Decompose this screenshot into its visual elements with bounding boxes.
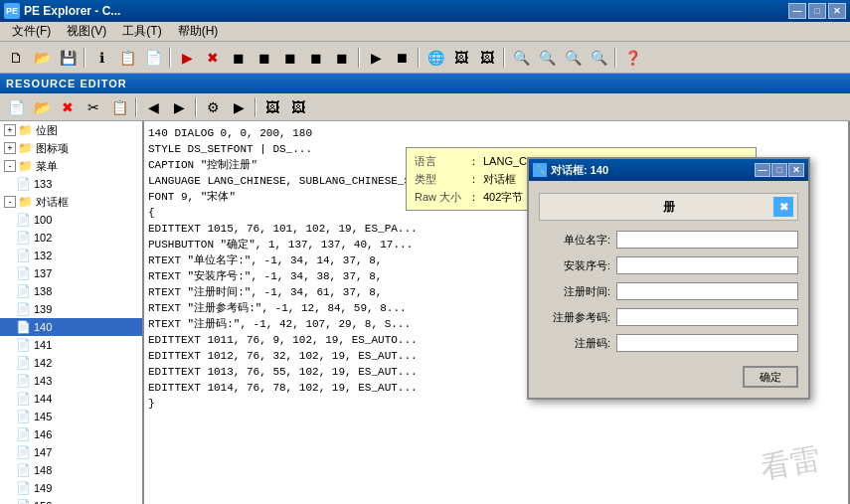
dialog-close[interactable]: ✕ bbox=[788, 163, 804, 177]
toolbar-redx[interactable]: ✖ bbox=[201, 46, 225, 70]
toolbar-copy[interactable]: 📋 bbox=[115, 46, 139, 70]
tree-expand-menu[interactable]: - bbox=[4, 160, 16, 172]
toolbar-save[interactable]: 💾 bbox=[56, 46, 80, 70]
file-icon-102: 📄 bbox=[16, 231, 31, 245]
tree-item-133[interactable]: 📄 133 bbox=[0, 175, 142, 193]
field-ref-input[interactable] bbox=[616, 308, 798, 326]
tree-item-143[interactable]: 📄 143 bbox=[0, 372, 142, 390]
toolbar-scan2[interactable]: 🔍 bbox=[535, 46, 559, 70]
sub-cut[interactable]: ✂ bbox=[82, 95, 105, 119]
file-icon-144: 📄 bbox=[16, 392, 31, 406]
tree-label-141: 141 bbox=[34, 339, 52, 351]
sub-copy[interactable]: 📋 bbox=[107, 95, 131, 119]
tree-label-dialog: 对话框 bbox=[36, 195, 69, 210]
toolbar-new[interactable]: 🗋 bbox=[4, 46, 28, 70]
toolbar-b2[interactable]: ◼ bbox=[253, 46, 276, 70]
dialog-label-code: 注册码: bbox=[539, 336, 610, 351]
toolbar-go[interactable]: ▶ bbox=[364, 46, 388, 70]
minimize-button[interactable]: — bbox=[788, 3, 806, 19]
sub-del[interactable]: ✖ bbox=[56, 95, 80, 119]
toolbar-b4[interactable]: ◼ bbox=[304, 46, 328, 70]
menu-help[interactable]: 帮助(H) bbox=[170, 21, 227, 42]
dialog-maximize[interactable]: □ bbox=[771, 163, 787, 177]
toolbar-red[interactable]: ▶ bbox=[175, 46, 199, 70]
file-icon-140: 📄 bbox=[16, 320, 31, 334]
tree-label-150: 150 bbox=[34, 500, 52, 504]
tree-item-140[interactable]: 📄 140 bbox=[0, 318, 142, 336]
tree-item-147[interactable]: 📄 147 bbox=[0, 443, 142, 461]
tree-item-144[interactable]: 📄 144 bbox=[0, 390, 142, 408]
sub-img1[interactable]: 🖼 bbox=[260, 95, 284, 119]
file-icon-133: 📄 bbox=[16, 177, 31, 191]
toolbar-stop[interactable]: ⏹ bbox=[390, 46, 414, 70]
toolbar-sep-4 bbox=[418, 48, 420, 68]
tree-label-147: 147 bbox=[34, 446, 52, 458]
tree-item-145[interactable]: 📄 145 bbox=[0, 408, 142, 425]
tree-panel: + 📁 位图 + 📁 图标项 - 📁 菜单 📄 133 - 📁 对话框 📄 10… bbox=[0, 121, 144, 504]
toolbar-b3[interactable]: ◼ bbox=[278, 46, 302, 70]
tree-expand-iconitem[interactable]: + bbox=[4, 142, 16, 154]
tree-item-iconitem[interactable]: + 📁 图标项 bbox=[0, 139, 142, 157]
tree-item-142[interactable]: 📄 142 bbox=[0, 354, 142, 372]
toolbar-open[interactable]: 📂 bbox=[30, 46, 54, 70]
resource-editor-label: RESOURCE EDITOR bbox=[6, 78, 127, 89]
toolbar-img[interactable]: 🖼 bbox=[449, 46, 473, 70]
tree-item-dialog[interactable]: - 📁 对话框 bbox=[0, 193, 142, 211]
toolbar-globe[interactable]: 🌐 bbox=[424, 46, 447, 70]
tree-item-102[interactable]: 📄 102 bbox=[0, 229, 142, 247]
menu-file[interactable]: 文件(F) bbox=[4, 21, 59, 42]
toolbar-b5[interactable]: ◼ bbox=[330, 46, 354, 70]
field-code-input[interactable] bbox=[616, 334, 798, 352]
menu-view[interactable]: 视图(V) bbox=[59, 21, 114, 42]
sub-compile[interactable]: ⚙ bbox=[201, 95, 225, 119]
toolbar-scan1[interactable]: 🔍 bbox=[509, 46, 533, 70]
tree-item-146[interactable]: 📄 146 bbox=[0, 425, 142, 443]
tree-item-148[interactable]: 📄 148 bbox=[0, 461, 142, 479]
field-serial-input[interactable] bbox=[616, 256, 798, 274]
dialog-ok-button[interactable]: 确定 bbox=[743, 366, 798, 388]
tree-item-132[interactable]: 📄 132 bbox=[0, 247, 142, 264]
tree-item-149[interactable]: 📄 149 bbox=[0, 479, 142, 497]
tooltip-size-value: 402字节 bbox=[483, 188, 523, 206]
field-time-input[interactable] bbox=[616, 282, 798, 300]
tree-item-100[interactable]: 📄 100 bbox=[0, 211, 142, 229]
close-button[interactable]: ✕ bbox=[828, 3, 846, 19]
sub-fwd[interactable]: ▶ bbox=[167, 95, 191, 119]
dialog-row-unit: 单位名字: bbox=[539, 231, 798, 249]
tree-item-139[interactable]: 📄 139 bbox=[0, 300, 142, 318]
tree-item-menu[interactable]: - 📁 菜单 bbox=[0, 157, 142, 175]
sub-img2[interactable]: 🖼 bbox=[286, 95, 310, 119]
dialog-header-icon: ✖ bbox=[773, 197, 793, 217]
tree-item-150[interactable]: 📄 150 bbox=[0, 497, 142, 504]
toolbar-scan3[interactable]: 🔍 bbox=[561, 46, 585, 70]
tree-label-100: 100 bbox=[34, 214, 52, 226]
sub-back[interactable]: ◀ bbox=[141, 95, 165, 119]
tree-item-141[interactable]: 📄 141 bbox=[0, 336, 142, 354]
tree-expand-bitmap[interactable]: + bbox=[4, 124, 16, 136]
toolbar-scan4[interactable]: 🔍 bbox=[587, 46, 610, 70]
tree-expand-dialog[interactable]: - bbox=[4, 196, 16, 208]
toolbar-sep-2 bbox=[169, 48, 171, 68]
main-toolbar: 🗋 📂 💾 ℹ 📋 📄 ▶ ✖ ◼ ◼ ◼ ◼ ◼ ▶ ⏹ 🌐 🖼 🖼 🔍 🔍 … bbox=[0, 42, 850, 74]
toolbar-info[interactable]: ℹ bbox=[89, 46, 113, 70]
sub-new[interactable]: 📄 bbox=[4, 95, 28, 119]
dialog-window-controls: — □ ✕ bbox=[755, 163, 804, 177]
menu-tools[interactable]: 工具(T) bbox=[114, 21, 169, 42]
toolbar-img2[interactable]: 🖼 bbox=[475, 46, 499, 70]
sub-sep-2 bbox=[195, 97, 197, 117]
tree-item-138[interactable]: 📄 138 bbox=[0, 282, 142, 300]
tree-item-bitmap[interactable]: + 📁 位图 bbox=[0, 121, 142, 139]
toolbar-b1[interactable]: ◼ bbox=[227, 46, 251, 70]
toolbar-help[interactable]: ❓ bbox=[620, 46, 644, 70]
tree-item-137[interactable]: 📄 137 bbox=[0, 264, 142, 282]
maximize-button[interactable]: □ bbox=[808, 3, 826, 19]
sub-open[interactable]: 📂 bbox=[30, 95, 54, 119]
field-unit-input[interactable] bbox=[616, 231, 798, 249]
toolbar-sep-6 bbox=[614, 48, 616, 68]
tooltip-colon-1: ： bbox=[468, 152, 479, 170]
sub-run[interactable]: ▶ bbox=[227, 95, 251, 119]
toolbar-paste[interactable]: 📄 bbox=[141, 46, 165, 70]
dialog-minimize[interactable]: — bbox=[755, 163, 770, 177]
tree-label-143: 143 bbox=[34, 375, 52, 387]
title-bar: PE PE Explorer - C... — □ ✕ bbox=[0, 0, 850, 22]
